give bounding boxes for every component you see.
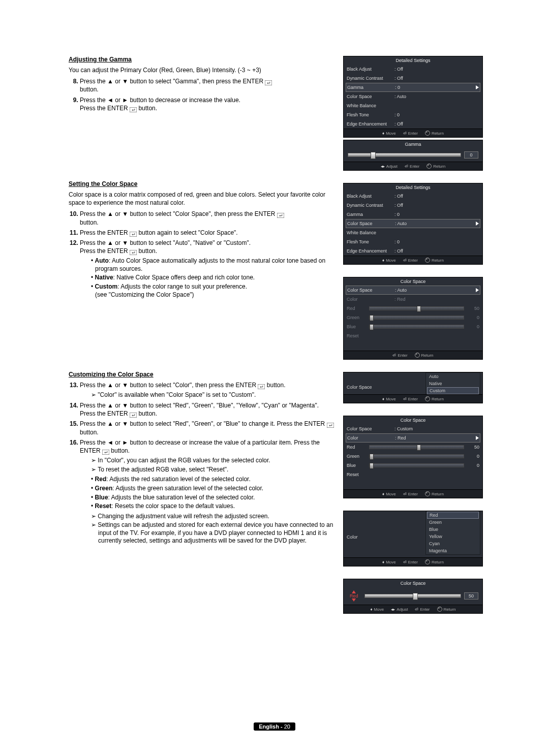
hint-return: Return bbox=[425, 396, 444, 401]
red-spinner[interactable]: Red bbox=[350, 590, 358, 602]
enter-icon bbox=[327, 422, 334, 427]
return-icon bbox=[437, 607, 442, 612]
hint-return: Return bbox=[437, 607, 456, 612]
row-flesh-tone[interactable]: Flesh Tone: 0 bbox=[344, 110, 482, 119]
row-black-adjust[interactable]: Black Adjust: Off bbox=[344, 192, 482, 201]
hint-return: Return bbox=[415, 353, 434, 358]
osd-colorspace-custom: Color Space Color Space: Custom Color: R… bbox=[343, 416, 483, 498]
svg-rect-8 bbox=[102, 450, 109, 455]
step-9: Press the ◄ or ► button to decrease or i… bbox=[80, 96, 334, 112]
hint-bar: ♦Move ◂▸Adjust ⏎Enter Return bbox=[344, 605, 482, 613]
chevron-right-icon bbox=[476, 288, 479, 292]
hint-move: ♦Move bbox=[382, 560, 396, 564]
osd-column: Detailed Settings Black Adjust: Off Dyna… bbox=[343, 56, 483, 626]
mode-custom: Custom: Adjusts the color range to suit … bbox=[91, 283, 334, 299]
mini-slider-green bbox=[369, 316, 464, 320]
row-colorspace[interactable]: Color Space: Custom bbox=[344, 424, 482, 433]
osd-gamma-slider: Gamma 0 ◂▸Adjust ⏎Enter Return bbox=[343, 140, 483, 171]
intro-colorspace: Color space is a color matrix composed o… bbox=[69, 191, 334, 207]
gamma-slider-row[interactable]: 0 bbox=[344, 148, 482, 162]
manual-page: Adjusting the Gamma You can adjust the P… bbox=[0, 0, 549, 756]
osd-title-gamma: Gamma bbox=[344, 140, 482, 148]
hint-bar: ♦Move ⏎Enter Return bbox=[344, 256, 482, 264]
chevron-right-icon bbox=[476, 222, 479, 226]
step-10: Press the ▲ or ▼ button to select "Color… bbox=[80, 210, 334, 226]
row-green[interactable]: Green0 bbox=[344, 452, 482, 461]
row-white-balance[interactable]: White Balance bbox=[344, 101, 482, 110]
row-dynamic-contrast[interactable]: Dynamic Contrast: Off bbox=[344, 74, 482, 83]
hint-bar: ♦Move ⏎Enter Return bbox=[344, 489, 482, 498]
opt-cyan[interactable]: Cyan bbox=[426, 540, 480, 547]
enter-icon bbox=[130, 231, 137, 236]
note-reset: To reset the adjusted RGB value, select … bbox=[91, 466, 334, 474]
desc-green: Green: Adjusts the green saturation leve… bbox=[91, 485, 334, 493]
row-color-space[interactable]: Color Space: Auto bbox=[346, 219, 480, 228]
row-colorspace[interactable]: Color Space: Auto bbox=[346, 286, 480, 295]
row-dynamic-contrast[interactable]: Dynamic Contrast: Off bbox=[344, 201, 482, 210]
section-title-colorspace: Setting the Color Space bbox=[69, 180, 334, 187]
row-gamma[interactable]: Gamma: 0 bbox=[346, 83, 480, 92]
opt-native[interactable]: Native bbox=[426, 380, 480, 387]
opt-yellow[interactable]: Yellow bbox=[426, 533, 480, 540]
step-16-notes1: In "Color", you can adjust the RGB value… bbox=[91, 457, 334, 474]
enter-icon bbox=[130, 106, 137, 111]
opt-auto[interactable]: Auto bbox=[426, 373, 480, 380]
return-icon bbox=[425, 396, 430, 401]
opt-blue[interactable]: Blue bbox=[426, 526, 480, 533]
cs-dropdown[interactable]: Auto Native Custom bbox=[425, 372, 480, 395]
section-title-gamma: Adjusting the Gamma bbox=[69, 56, 334, 63]
opt-custom[interactable]: Custom bbox=[427, 387, 479, 394]
step-16-notes2: Changing the adjustment value will refre… bbox=[91, 513, 334, 545]
hint-move: ♦Move bbox=[382, 397, 396, 401]
color-dropdown[interactable]: Red Green Blue Yellow Cyan Magenta bbox=[425, 511, 480, 555]
note-rgb: In "Color", you can adjust the RGB value… bbox=[91, 457, 334, 465]
row-green: Green0 bbox=[344, 313, 482, 322]
row-blue[interactable]: Blue0 bbox=[344, 461, 482, 470]
hint-bar: ⏎Enter Return bbox=[344, 351, 482, 359]
desc-blue: Blue: Adjusts the blue saturation level … bbox=[91, 494, 334, 502]
osd-red-slider: Color Space Red 50 ♦Move ◂▸Adjust ⏎Ent bbox=[343, 579, 483, 614]
hint-bar: ♦Move ⏎Enter Return bbox=[344, 394, 482, 403]
mode-native: Native: Native Color Space offers deep a… bbox=[91, 274, 334, 282]
svg-rect-5 bbox=[258, 384, 265, 389]
osd-cs-dropdown: Color Space Auto Native Custom ♦Move ⏎En… bbox=[343, 372, 483, 403]
enter-icon bbox=[102, 449, 109, 454]
mini-slider-blue[interactable] bbox=[369, 463, 464, 467]
slider-thumb[interactable] bbox=[413, 593, 418, 600]
row-white-balance[interactable]: White Balance bbox=[344, 228, 482, 237]
step-16: Press the ◄ or ► button to decrease or i… bbox=[80, 438, 334, 545]
hint-bar: ♦Move ⏎Enter Return bbox=[344, 557, 482, 566]
slider-thumb[interactable] bbox=[371, 152, 376, 159]
mini-slider-green[interactable] bbox=[369, 454, 464, 458]
osd-detailed-gamma: Detailed Settings Black Adjust: Off Dyna… bbox=[343, 56, 483, 138]
row-color[interactable]: Color: Red bbox=[346, 433, 480, 443]
red-slider-row[interactable]: Red 50 bbox=[344, 587, 482, 605]
intro-gamma: You can adjust the Primary Color (Red, G… bbox=[69, 66, 334, 74]
hint-enter: ⏎Enter bbox=[403, 397, 418, 401]
hint-move: ♦Move bbox=[370, 607, 384, 612]
svg-rect-0 bbox=[265, 80, 272, 85]
opt-magenta[interactable]: Magenta bbox=[426, 547, 480, 554]
hint-bar: ♦Move ⏎Enter Return bbox=[344, 129, 482, 137]
row-reset[interactable]: Reset bbox=[344, 470, 482, 479]
hint-return: Return bbox=[425, 491, 444, 496]
row-edge-enhancement[interactable]: Edge Enhancement: Off bbox=[344, 246, 482, 256]
red-slider-track[interactable] bbox=[364, 594, 461, 598]
row-color-space[interactable]: Color Space: Auto bbox=[344, 92, 482, 101]
return-icon bbox=[425, 491, 430, 496]
opt-green[interactable]: Green bbox=[426, 519, 480, 526]
row-red: Red50 bbox=[344, 304, 482, 313]
gamma-slider-track[interactable] bbox=[348, 153, 461, 157]
chevron-down-icon[interactable] bbox=[352, 598, 356, 602]
row-black-adjust[interactable]: Black Adjust: Off bbox=[344, 65, 482, 74]
step-13-notes: "Color" is available when "Color Space" … bbox=[91, 391, 334, 399]
opt-red[interactable]: Red bbox=[427, 512, 479, 519]
mini-slider-red[interactable] bbox=[369, 445, 464, 449]
rgb-descriptions: Red: Adjusts the red saturation level of… bbox=[91, 476, 334, 510]
row-red[interactable]: Red50 bbox=[344, 443, 482, 452]
hint-move: ♦Move bbox=[382, 131, 396, 136]
row-flesh-tone[interactable]: Flesh Tone: 0 bbox=[344, 237, 482, 246]
footer-pill: English - 20 bbox=[254, 722, 295, 731]
row-gamma[interactable]: Gamma: 0 bbox=[344, 210, 482, 219]
row-edge-enhancement[interactable]: Edge Enhancement: Off bbox=[344, 119, 482, 129]
